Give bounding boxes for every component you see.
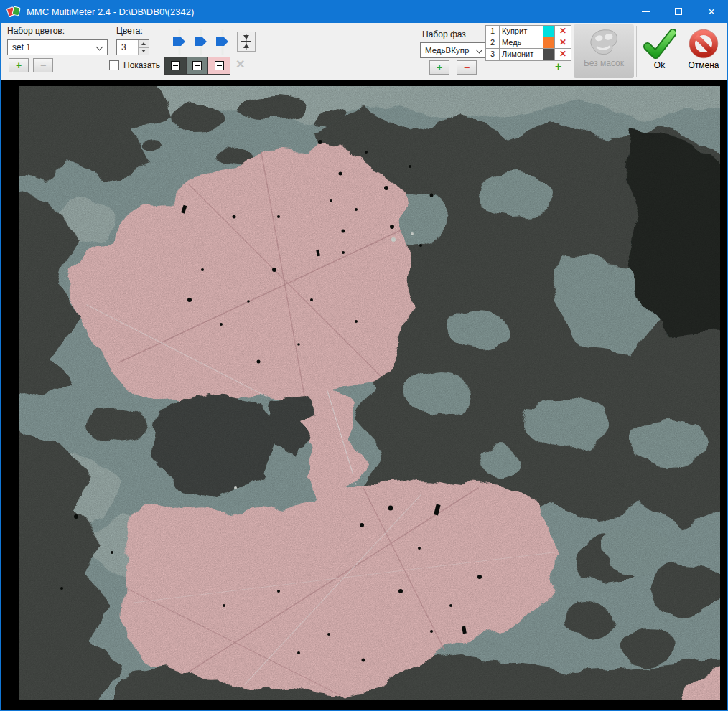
add-phase-set-button[interactable]: + — [429, 60, 449, 75]
close-icon: ✕ — [708, 7, 716, 17]
delete-phase-button[interactable]: ✕ — [555, 37, 571, 48]
triangle-down-icon — [141, 50, 146, 52]
minus-icon — [217, 65, 222, 67]
colors-count-label: Цвета: — [116, 26, 143, 36]
phase-number: 1 — [486, 26, 500, 37]
chevron-down-icon — [96, 44, 103, 51]
toolbar-separator — [636, 26, 637, 77]
colors-count-spinner[interactable]: 3 — [116, 39, 149, 55]
cancel-label: Отмена — [688, 60, 719, 70]
color-set-label: Набор цветов: — [7, 26, 65, 36]
swatch-mode-box — [171, 61, 180, 70]
close-button[interactable]: ✕ — [695, 0, 728, 23]
plus-icon: + — [16, 60, 22, 70]
threshold-slider-3[interactable] — [215, 29, 230, 55]
table-row[interactable]: 3 Лимонит ✕ — [486, 49, 571, 60]
swatch-mode-box — [215, 61, 224, 70]
table-row[interactable]: 2 Медь ✕ — [486, 37, 571, 49]
collapse-vertical-icon — [240, 34, 253, 50]
phase-number: 3 — [486, 49, 500, 60]
minus-icon — [195, 65, 200, 67]
chevron-down-icon — [476, 47, 483, 54]
checkmark-icon — [643, 28, 676, 60]
add-phase-button[interactable]: + — [555, 60, 561, 73]
minimize-button[interactable] — [629, 0, 662, 23]
mask-icon — [587, 27, 620, 57]
no-masks-button[interactable]: Без масок — [574, 24, 634, 78]
phase-set-value: МедьВКупр — [425, 46, 469, 55]
phase-table: 1 Куприт ✕ 2 Медь ✕ 3 Лимонит ✕ — [485, 25, 571, 61]
ok-label: Ok — [654, 60, 665, 70]
remove-color-set-button[interactable]: − — [33, 58, 53, 72]
phase-name[interactable]: Лимонит — [500, 49, 543, 60]
class-swatch-pink[interactable] — [208, 57, 230, 74]
maximize-icon — [675, 8, 682, 15]
maximize-button[interactable] — [662, 0, 695, 23]
add-color-set-button[interactable]: + — [9, 58, 29, 72]
color-set-combobox[interactable]: set 1 — [7, 39, 108, 55]
phase-color-swatch[interactable] — [543, 49, 555, 60]
delete-phase-button[interactable]: ✕ — [555, 26, 571, 37]
swatch-mode-box — [192, 61, 202, 70]
photomicrograph[interactable] — [19, 86, 720, 700]
minus-icon: − — [464, 62, 470, 72]
phase-color-swatch[interactable] — [543, 26, 555, 37]
auto-threshold-button[interactable] — [237, 32, 256, 52]
show-checkbox-label: Показать — [123, 60, 160, 70]
app-window: MMC MultiMeter 2.4 - D:\DB\DB0\(2342) ✕ … — [0, 0, 728, 711]
remove-phase-set-button[interactable]: − — [457, 60, 477, 75]
plus-icon: + — [437, 62, 442, 72]
phase-set-label: Набор фаз — [422, 29, 466, 39]
cancel-icon — [688, 28, 719, 60]
class-swatch-gray[interactable] — [187, 57, 208, 74]
toolbar: Набор цветов: set 1 + − Цвета: 3 Показат… — [0, 23, 728, 80]
cancel-button[interactable]: Отмена — [681, 24, 726, 79]
phase-set-combobox[interactable]: МедьВКупр — [420, 42, 487, 58]
phase-name[interactable]: Куприт — [500, 26, 543, 37]
triangle-up-icon — [141, 42, 146, 45]
image-viewport — [1, 80, 727, 710]
threshold-slider-2[interactable] — [194, 29, 208, 55]
show-checkbox[interactable] — [109, 60, 119, 70]
colors-count-value: 3 — [117, 40, 138, 55]
table-row[interactable]: 1 Куприт ✕ — [486, 26, 571, 37]
delete-phase-button[interactable]: ✕ — [555, 49, 571, 60]
window-controls: ✕ — [629, 0, 728, 23]
title-bar: MMC MultiMeter 2.4 - D:\DB\DB0\(2342) ✕ — [0, 0, 728, 23]
no-masks-label: Без масок — [584, 58, 624, 68]
threshold-slider-1[interactable] — [172, 29, 187, 55]
spinner-up-button[interactable] — [139, 40, 149, 48]
ok-button[interactable]: Ok — [639, 24, 680, 79]
spinner-down-button[interactable] — [139, 48, 149, 55]
class-swatch-dark[interactable] — [165, 57, 187, 74]
spinner-buttons — [138, 40, 149, 55]
clear-selection-button[interactable]: ✕ — [235, 57, 245, 71]
minus-icon: − — [40, 60, 46, 70]
minus-icon — [173, 65, 178, 67]
class-color-swatches — [164, 57, 230, 75]
color-set-value: set 1 — [12, 42, 31, 52]
phase-name[interactable]: Медь — [500, 37, 543, 48]
phase-color-swatch[interactable] — [543, 37, 555, 48]
window-title: MMC MultiMeter 2.4 - D:\DB\DB0\(2342) — [27, 6, 194, 17]
minimize-icon — [642, 11, 650, 12]
app-icon — [6, 6, 21, 17]
phase-number: 2 — [486, 37, 500, 48]
